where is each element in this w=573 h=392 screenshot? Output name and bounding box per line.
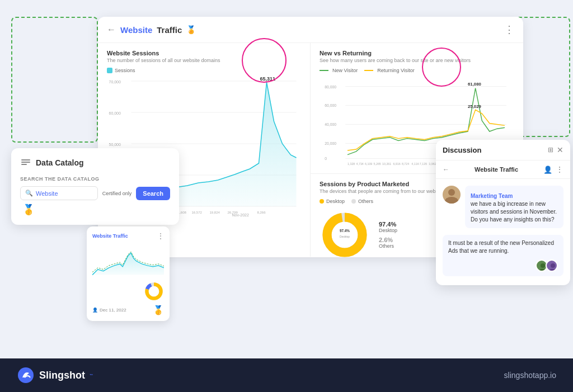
svg-text:97.4%: 97.4%	[340, 229, 350, 233]
others-pct: 2.6%	[379, 237, 397, 243]
person-icon[interactable]: 👤	[543, 166, 552, 174]
discussion-header: Discussion ⊞ ✕	[436, 140, 570, 160]
svg-text:1,328: 1,328	[347, 162, 355, 166]
svg-text:8,724: 8,724	[402, 162, 409, 166]
svg-text:65,311: 65,311	[260, 77, 276, 82]
svg-point-62	[541, 263, 545, 268]
nvr-legend: New Visitor Returning Visitor	[320, 68, 514, 77]
data-catalog-card: Data Catalog SEARCH THE DATA CATALOG 🔍 W…	[11, 148, 179, 225]
mini-award-icon: 🥇	[153, 305, 164, 315]
mini-donut-svg	[144, 281, 164, 301]
sub-header-menu[interactable]: ⋮	[556, 165, 563, 174]
mini-card-header: Website Traffic ⋮	[92, 232, 164, 240]
svg-rect-56	[21, 164, 27, 165]
svg-text:6,916: 6,916	[393, 162, 400, 166]
svg-text:Desktop: Desktop	[340, 235, 350, 238]
svg-point-64	[551, 263, 555, 268]
svg-text:60,000: 60,000	[109, 111, 121, 115]
message-1-row: Marketing Team we have a big increase in…	[443, 186, 563, 228]
back-button[interactable]: ←	[107, 25, 116, 35]
svg-point-61	[445, 197, 458, 204]
data-catalog-title-row: Data Catalog	[20, 157, 170, 168]
mini-traffic-card: Website Traffic ⋮ 👤 De	[87, 226, 170, 321]
svg-point-60	[448, 189, 455, 196]
discussion-header-icons: ⊞ ✕	[548, 145, 563, 154]
svg-text:40,000: 40,000	[325, 122, 336, 126]
traffic-title-traffic: Traffic	[157, 25, 182, 35]
sessions-chart-title: Website Sessions	[107, 50, 301, 56]
svg-text:3,962: 3,962	[429, 162, 436, 166]
avatar-2b	[546, 259, 558, 272]
message-2-text: It must be a result of the new Personali…	[448, 239, 558, 255]
traffic-header: ← Website Traffic 🏅 ⋮	[98, 17, 523, 43]
svg-point-63	[538, 269, 547, 272]
svg-rect-55	[21, 162, 30, 163]
svg-text:60,000: 60,000	[325, 103, 336, 107]
message-1-sender: Marketing Team	[471, 193, 513, 199]
discussion-sub-header: ← Website Traffic 👤 ⋮	[436, 160, 570, 179]
search-section-label: SEARCH THE DATA CATALOG	[20, 176, 170, 182]
slingshot-logo-icon	[17, 366, 35, 384]
svg-text:50,000: 50,000	[109, 143, 121, 147]
footer-logo: Slingshot ™	[17, 366, 93, 384]
donut-svg: 97.4% Desktop	[320, 210, 370, 257]
nvr-chart-title: New vs Returning	[320, 50, 514, 56]
svg-text:10,261: 10,261	[382, 162, 391, 166]
close-icon[interactable]: ✕	[557, 145, 563, 154]
desktop-pct: 97.4%	[379, 221, 397, 228]
svg-text:5,265: 5,265	[374, 162, 381, 166]
svg-text:70,000: 70,000	[109, 80, 121, 84]
discussion-body: Marketing Team we have a big increase in…	[436, 179, 570, 285]
mini-card-footer: 👤 Dec 11, 2022 🥇	[92, 305, 164, 315]
mini-card-menu[interactable]: ⋮	[157, 232, 164, 240]
nvr-chart-subtitle: See how many users are coming back to ou…	[320, 58, 514, 63]
svg-text:20,000: 20,000	[325, 141, 336, 145]
svg-text:8,266: 8,266	[257, 211, 266, 214]
svg-text:7,135: 7,135	[420, 162, 427, 166]
sessions-legend-dot	[107, 68, 112, 73]
svg-text:61,080: 61,080	[468, 82, 481, 87]
svg-text:0: 0	[325, 157, 327, 160]
svg-text:26,799: 26,799	[228, 211, 238, 214]
footer-bar: Slingshot ™ slingshotapp.io	[0, 358, 573, 392]
svg-text:4,734: 4,734	[356, 162, 364, 166]
discussion-title: Discussion	[443, 146, 481, 154]
svg-text:16,572: 16,572	[192, 211, 203, 214]
message-2-bubble: It must be a result of the new Personali…	[443, 235, 563, 276]
svg-text:6,109: 6,109	[365, 162, 372, 166]
footer-logo-text: Slingshot	[39, 370, 85, 381]
svg-text:19,824: 19,824	[210, 211, 220, 214]
trademark-icon: ™	[90, 374, 93, 377]
svg-text:25,029: 25,029	[468, 104, 481, 109]
mini-chart-svg	[92, 244, 164, 278]
menu-button[interactable]: ⋮	[504, 23, 514, 36]
mini-card-title: Website Traffic	[92, 233, 128, 239]
discussion-panel: Discussion ⊞ ✕ ← Website Traffic 👤 ⋮ Mar…	[436, 140, 570, 285]
search-input-wrap[interactable]: 🔍 Website	[20, 186, 98, 200]
mini-card-date: 👤 Dec 11, 2022	[92, 308, 126, 313]
certified-checkbox-label: Certified only	[102, 191, 132, 196]
message-1-text: we have a big increase in new visitors a…	[471, 200, 558, 224]
search-input-value: Website	[36, 190, 58, 197]
desktop-label: Desktop	[379, 228, 397, 233]
award-icon-catalog: 🥇	[22, 204, 35, 215]
others-label: Others	[379, 243, 397, 249]
sessions-chart-subtitle: The number of sessions of all our websit…	[107, 58, 301, 63]
search-button[interactable]: Search	[136, 187, 170, 200]
footer-url: slingshotapp.io	[504, 371, 556, 380]
svg-rect-54	[21, 159, 30, 160]
traffic-title-website: Website	[120, 25, 152, 35]
message-1-bubble: Marketing Team we have a big increase in…	[465, 186, 563, 228]
discussion-sub-title: Website Traffic	[475, 166, 518, 173]
data-catalog-title-text: Data Catalog	[36, 158, 84, 167]
mini-chart-area	[92, 244, 164, 278]
mini-donut-area	[92, 281, 164, 301]
avatar-group	[448, 259, 558, 272]
trophy-icon: 🏅	[186, 25, 196, 34]
layout-icon[interactable]: ⊞	[548, 146, 553, 154]
back-arrow-icon[interactable]: ←	[443, 166, 449, 173]
data-catalog-icon	[20, 157, 31, 168]
sessions-legend: Sessions	[107, 68, 301, 73]
svg-text:80,000: 80,000	[325, 85, 336, 89]
svg-text:4,116: 4,116	[411, 162, 419, 166]
